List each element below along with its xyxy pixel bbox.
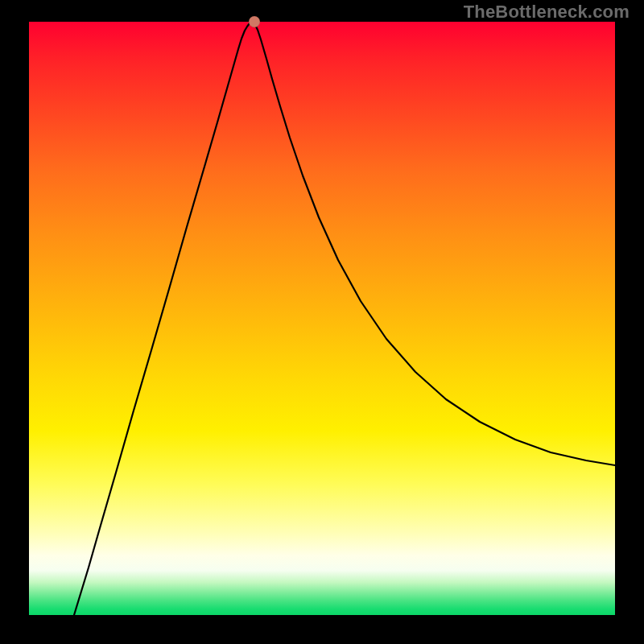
curve-path bbox=[74, 22, 615, 615]
chart-container: TheBottleneck.com bbox=[0, 0, 644, 644]
optimum-marker bbox=[249, 16, 260, 27]
watermark-text: TheBottleneck.com bbox=[464, 2, 630, 23]
bottleneck-curve bbox=[29, 22, 615, 615]
